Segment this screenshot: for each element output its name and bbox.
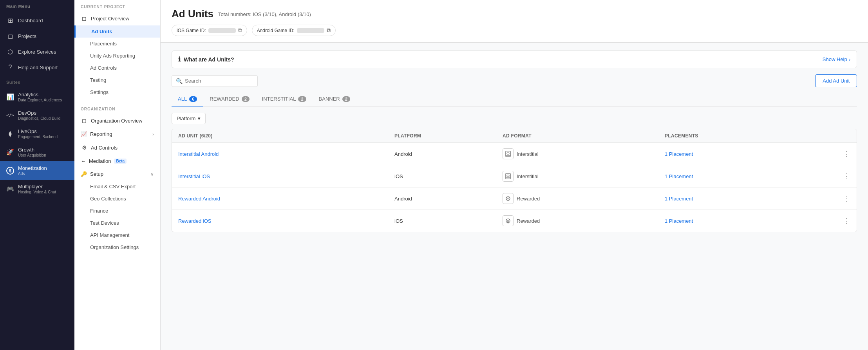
ios-game-id-label: iOS Game ID: [177, 28, 206, 33]
nav-dashboard[interactable]: ⊞ Dashboard [0, 13, 74, 28]
svg-rect-0 [506, 151, 510, 157]
ad-unit-name-2[interactable]: Rewarded Android [178, 196, 394, 202]
table-row: Interstitial Android Android Interstitia… [172, 143, 857, 165]
col-header-platform: Platform [394, 133, 503, 139]
col-header-ad-unit: Ad Unit (6/20) [178, 133, 394, 139]
platform-filter-button[interactable]: Platform ▾ [172, 113, 206, 124]
show-help-link[interactable]: Show Help › [823, 56, 850, 62]
col-header-ad-format: Ad Format [503, 133, 665, 139]
nav-multiplayer[interactable]: 🎮 Multiplayer Hosting, Voice & Chat [0, 180, 74, 198]
table-row: Rewarded Android Android Rewarded 1 Plac… [172, 188, 857, 210]
banner-count-badge: 2 [342, 96, 350, 102]
search-box[interactable]: 🔍 [172, 75, 258, 87]
svg-rect-3 [506, 173, 510, 179]
platform-2: Android [394, 196, 503, 202]
explore-icon: ⬡ [6, 48, 14, 56]
sidebar-item-geo-collections[interactable]: Geo Collections [74, 193, 160, 205]
org-overview-icon: ◻ [81, 117, 88, 124]
nav-explore[interactable]: ⬡ Explore Services [0, 44, 74, 60]
tab-interstitial[interactable]: INTERSTITIAL 2 [256, 92, 313, 106]
interstitial-count-badge: 2 [298, 96, 306, 102]
placement-0[interactable]: 1 Placement [665, 151, 827, 157]
platform-1: iOS [394, 173, 503, 179]
sidebar-item-org-settings[interactable]: Organization Settings [74, 241, 160, 253]
placement-1[interactable]: 1 Placement [665, 173, 827, 179]
add-ad-unit-button[interactable]: Add Ad Unit [815, 74, 857, 87]
svg-point-10 [506, 219, 510, 223]
ad-unit-name-3[interactable]: Rewarded iOS [178, 218, 394, 224]
tabs-row: ALL 6 REWARDED 2 INTERSTITIAL 2 BANNER 2 [172, 92, 857, 106]
dashboard-icon: ⊞ [6, 16, 14, 24]
sidebar-item-test-devices[interactable]: Test Devices [74, 217, 160, 229]
tab-rewarded[interactable]: REWARDED 2 [203, 92, 255, 106]
svg-rect-5 [507, 175, 509, 177]
col-header-placements: Placements [665, 133, 827, 139]
what-are-label: What are Ad Units? [184, 56, 234, 63]
svg-point-6 [506, 197, 510, 200]
interstitial-icon-0 [503, 148, 514, 159]
nav-analytics[interactable]: 📊 Analytics Data Explorer, Audiences [0, 88, 74, 106]
ios-copy-icon[interactable]: ⧉ [238, 27, 242, 34]
sidebar-item-api-management[interactable]: API Management [74, 229, 160, 241]
table-row: Interstitial iOS iOS Interstitial 1 Plac… [172, 165, 857, 188]
ad-format-0: Interstitial [503, 148, 665, 159]
help-icon: ? [6, 63, 14, 71]
left-nav: Main Menu ⊞ Dashboard ◻ Projects ⬡ Explo… [0, 0, 74, 350]
all-count-badge: 6 [189, 96, 197, 102]
tab-all[interactable]: ALL 6 [172, 92, 203, 106]
placement-2[interactable]: 1 Placement [665, 196, 827, 202]
sidebar-item-project-overview[interactable]: ◻ Project Overview [74, 11, 160, 25]
projects-icon: ◻ [6, 32, 14, 40]
nav-monetization[interactable]: $ Monetization Ads [0, 161, 74, 180]
page-title: Ad Units [172, 8, 213, 20]
nav-liveops[interactable]: ⧫ LiveOps Engagement, Backend [0, 124, 74, 143]
what-are-ad-units-row: ℹ What are Ad Units? Show Help › [172, 51, 857, 68]
svg-point-11 [507, 220, 509, 222]
nav-projects[interactable]: ◻ Projects [0, 28, 74, 44]
beta-badge: Beta [114, 159, 127, 164]
sidebar-item-org-overview[interactable]: ◻ Organization Overview [74, 114, 160, 128]
search-add-row: 🔍 Add Ad Unit [172, 74, 857, 87]
search-icon: 🔍 [176, 78, 183, 84]
reporting-arrow-icon: › [152, 132, 154, 137]
more-options-1[interactable]: ⋮ [827, 172, 850, 180]
sidebar-item-mediation[interactable]: ← Mediation Beta [74, 155, 160, 168]
nav-help[interactable]: ? Help and Support [0, 60, 74, 75]
nav-devops[interactable]: </> DevOps Diagnostics, Cloud Build [0, 106, 74, 124]
multiplayer-icon: 🎮 [6, 185, 14, 193]
more-options-0[interactable]: ⋮ [827, 150, 850, 158]
mediation-icon: ← [81, 158, 86, 164]
main-menu-header: Main Menu [0, 0, 74, 13]
setup-chevron-icon: ∨ [150, 171, 154, 177]
devops-icon: </> [6, 112, 14, 119]
interstitial-icon-1 [503, 171, 514, 182]
android-copy-icon[interactable]: ⧉ [327, 27, 331, 34]
sidebar-item-email-csv[interactable]: Email & CSV Export [74, 180, 160, 193]
placement-3[interactable]: 1 Placement [665, 218, 827, 224]
search-input[interactable] [185, 78, 253, 84]
nav-growth[interactable]: 🚀 Growth User Acquisition [0, 143, 74, 161]
sidebar-item-ad-units[interactable]: Ad Units [74, 25, 160, 38]
android-game-id-pill: Android Game ID: ⧉ [252, 25, 336, 36]
sidebar-item-reporting[interactable]: 📈 Reporting › [74, 128, 160, 141]
ios-game-id-value [208, 28, 236, 33]
sidebar-item-setup[interactable]: 🔑 Setup ∨ [74, 168, 160, 180]
ad-unit-name-0[interactable]: Interstitial Android [178, 151, 394, 157]
sidebar-item-settings[interactable]: Settings [74, 86, 160, 98]
col-header-actions [827, 133, 850, 139]
sidebar-item-testing[interactable]: Testing [74, 74, 160, 86]
sidebar-item-ad-controls-org[interactable]: ⚙ Ad Controls [74, 141, 160, 155]
sidebar-item-placements[interactable]: Placements [74, 38, 160, 50]
more-options-3[interactable]: ⋮ [827, 216, 850, 225]
ad-unit-name-1[interactable]: Interstitial iOS [178, 173, 394, 179]
tab-banner[interactable]: BANNER 2 [313, 92, 356, 106]
sidebar-item-finance[interactable]: Finance [74, 205, 160, 217]
sidebar-item-ad-controls[interactable]: Ad Controls [74, 62, 160, 74]
ios-game-id-pill: iOS Game ID: ⧉ [172, 25, 247, 36]
svg-rect-2 [507, 153, 509, 154]
sidebar-item-unity-ads-reporting[interactable]: Unity Ads Reporting [74, 50, 160, 62]
page-header: Ad Units Total numbers: iOS (3/10), Andr… [161, 0, 868, 43]
sidebar: CURRENT PROJECT ◻ Project Overview Ad Un… [74, 0, 161, 350]
rewarded-count-badge: 2 [242, 96, 250, 102]
more-options-2[interactable]: ⋮ [827, 194, 850, 203]
